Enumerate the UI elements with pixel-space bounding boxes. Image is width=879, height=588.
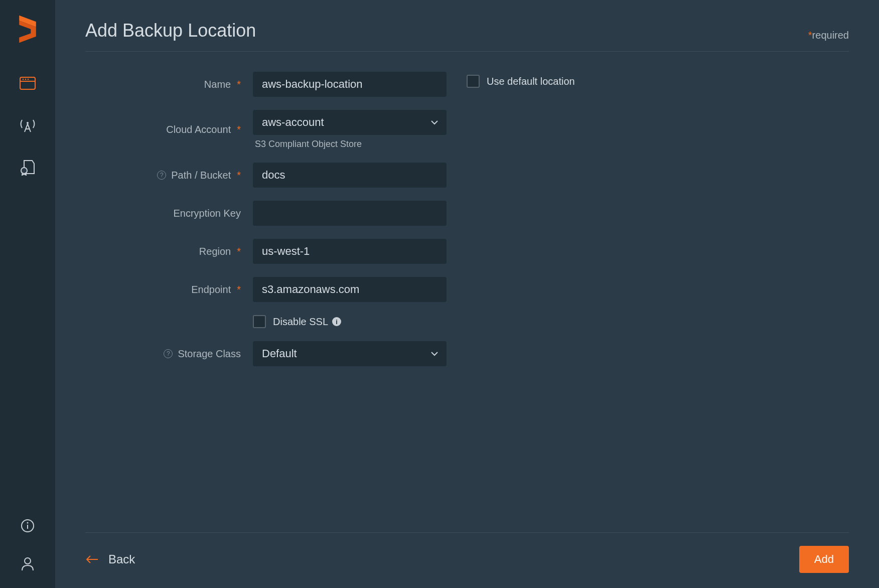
svg-line-9 — [28, 124, 31, 132]
main-content: Add Backup Location *required Name* — [55, 0, 879, 588]
svg-line-8 — [25, 124, 28, 132]
cloud-account-label: Cloud Account* — [85, 124, 241, 135]
back-button[interactable]: Back — [85, 552, 135, 566]
name-label: Name* — [85, 79, 241, 90]
help-icon[interactable]: ? — [157, 171, 166, 180]
nav-info-icon[interactable] — [19, 517, 37, 535]
nav-certificate-icon[interactable] — [19, 159, 37, 177]
footer: Back Add — [85, 532, 849, 573]
encryption-key-label: Encryption Key — [85, 208, 241, 219]
path-bucket-input[interactable] — [253, 163, 447, 188]
svg-point-13 — [27, 522, 29, 524]
nav-user-icon[interactable] — [19, 555, 37, 573]
storage-class-select[interactable]: Default — [253, 341, 447, 366]
logo-icon — [17, 14, 38, 44]
storage-class-label: ? Storage Class — [85, 348, 241, 360]
svg-point-7 — [27, 122, 29, 124]
name-input[interactable] — [253, 72, 447, 97]
cloud-account-select[interactable]: aws-account — [253, 110, 447, 135]
form: Name* Cloud Account* aws-account — [85, 72, 447, 532]
arrow-left-icon — [85, 555, 98, 564]
svg-point-15 — [25, 558, 31, 564]
encryption-key-input[interactable] — [253, 201, 447, 226]
svg-point-11 — [21, 168, 27, 174]
sidebar — [0, 0, 55, 588]
path-bucket-label: ? Path / Bucket * — [85, 170, 241, 181]
use-default-location-label: Use default location — [487, 76, 575, 87]
svg-point-6 — [28, 79, 29, 80]
region-label: Region* — [85, 246, 241, 257]
nav-antenna-icon[interactable] — [19, 116, 37, 134]
endpoint-label: Endpoint* — [85, 284, 241, 296]
add-button[interactable]: Add — [799, 546, 849, 573]
disable-ssl-checkbox[interactable] — [253, 315, 266, 328]
endpoint-input[interactable] — [253, 277, 447, 302]
nav-dashboard-icon[interactable] — [19, 74, 37, 92]
cloud-account-subtext: S3 Compliant Object Store — [253, 139, 447, 150]
region-input[interactable] — [253, 239, 447, 264]
svg-point-5 — [25, 79, 27, 80]
page-title: Add Backup Location — [85, 20, 256, 41]
use-default-location-checkbox[interactable] — [467, 75, 480, 88]
help-icon[interactable]: ? — [164, 349, 173, 358]
svg-point-4 — [23, 79, 24, 80]
page-header: Add Backup Location *required — [85, 20, 849, 52]
info-icon[interactable]: i — [332, 317, 341, 326]
disable-ssl-label: Disable SSL i — [273, 316, 341, 328]
required-note: *required — [808, 30, 849, 41]
